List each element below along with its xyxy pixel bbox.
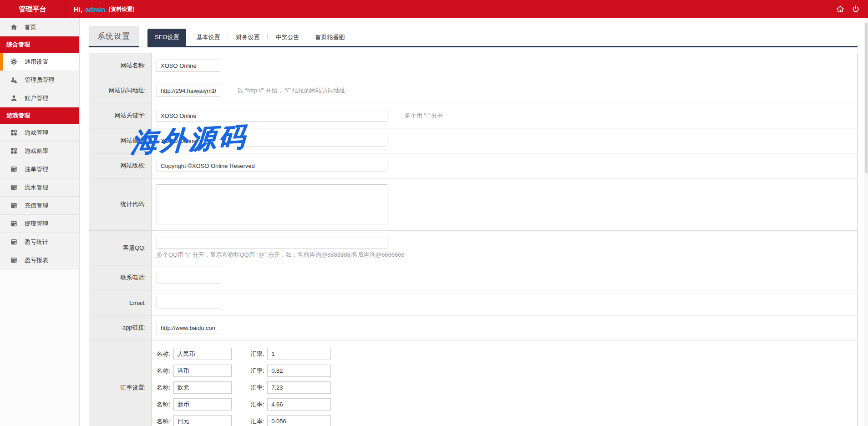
field-label: 网站名称:: [89, 53, 152, 78]
username: admin: [85, 5, 105, 13]
tab[interactable]: 首页轮番图: [309, 29, 350, 46]
tab-separator: [188, 34, 188, 41]
sidebar-item-label: 提现管理: [25, 220, 48, 228]
sidebar-item[interactable]: 游戏赔率: [0, 142, 79, 160]
rate-row: 名称:汇率:: [157, 398, 331, 411]
sidebar-item-label: 游戏赔率: [25, 147, 48, 155]
field-label: 网站关键字:: [89, 103, 152, 128]
field-label: 网站版权:: [89, 153, 152, 178]
field-hint: 多个用 “,” 分开: [405, 112, 443, 120]
form-row: 联系电话:: [89, 265, 857, 290]
field-value: 以 “http://” 开始， “/” 结尾的网站访问地址: [152, 78, 857, 103]
report-icon: [10, 220, 17, 228]
tab[interactable]: SEO设置: [147, 29, 186, 46]
rate-row: 名称:汇率:: [157, 381, 331, 394]
rate-value-input[interactable]: [267, 348, 331, 360]
sidebar-item[interactable]: 管理员管理: [0, 71, 79, 89]
rate-value-input[interactable]: [267, 398, 331, 411]
rate-value-input[interactable]: [267, 365, 331, 377]
profile-settings-link[interactable]: [资料设置]: [109, 5, 134, 13]
field-hint: 以 “http://” 开始， “/” 结尾的网站访问地址: [238, 86, 345, 95]
grid-icon: [10, 147, 17, 155]
field-value: [152, 265, 857, 290]
report-icon: [10, 184, 17, 191]
rate-name-input[interactable]: [173, 348, 232, 360]
field-label: 网站访问地址:: [89, 78, 152, 103]
form-row: 网站版权:: [89, 153, 857, 178]
sidebar-item[interactable]: 首页: [0, 18, 79, 36]
rate-row: 名称:汇率:: [157, 415, 331, 426]
field-value: 多个QQ用 “|” 分开，显示名称和QQ用 “@” 分开，如：售前咨询@8888…: [152, 231, 857, 265]
form-row: 网站名称:: [89, 53, 857, 78]
rate-name-input[interactable]: [173, 398, 232, 411]
sidebar-item[interactable]: 游戏管理: [0, 124, 79, 142]
rate-name-input[interactable]: [173, 415, 232, 426]
field-value: [152, 53, 857, 78]
scrollbar[interactable]: [864, 18, 868, 426]
sidebar-item[interactable]: 账户管理: [0, 89, 79, 107]
sidebar-item[interactable]: 通用设置: [0, 53, 79, 71]
sidebar-item[interactable]: 提现管理: [0, 215, 79, 233]
site-copyright-input[interactable]: [157, 160, 387, 172]
rate-name-label: 名称:: [157, 350, 170, 358]
field-label: 汇率设置:: [89, 340, 152, 426]
service-qq-input[interactable]: [157, 237, 387, 249]
rate-name-input[interactable]: [173, 365, 232, 377]
field-value: [152, 153, 857, 178]
sidebar-item-label: 账户管理: [25, 94, 48, 102]
site-keywords-input[interactable]: [157, 110, 387, 122]
tab-separator: [267, 34, 268, 41]
field-value: [152, 290, 857, 315]
stats-code-textarea[interactable]: [157, 184, 387, 224]
home-icon[interactable]: [836, 5, 844, 13]
rate-value-label: 汇率:: [251, 350, 264, 358]
rate-name-label: 名称:: [157, 401, 170, 409]
sidebar-item-label: 流水管理: [25, 183, 48, 192]
field-label: 统计代码:: [89, 178, 152, 230]
rate-row: 名称:汇率:: [157, 365, 331, 377]
site-name-input[interactable]: [157, 60, 220, 72]
sidebar-item[interactable]: 注单管理: [0, 160, 79, 178]
tab-separator: [228, 34, 228, 41]
report-icon: [10, 166, 17, 173]
sidebar-item[interactable]: 充值管理: [0, 197, 79, 215]
rate-value-label: 汇率:: [251, 401, 264, 409]
contact-phone-input[interactable]: [157, 272, 220, 284]
sidebar-section-header: 综合管理: [0, 36, 79, 53]
rate-value-label: 汇率:: [251, 417, 264, 426]
form-row: 网站描述:: [89, 128, 857, 153]
site-desc-input[interactable]: [157, 135, 387, 147]
main-content: 系统设置 SEO设置基本设置财务设置中奖公告首页轮番图 网站名称:网站访问地址:…: [80, 18, 864, 426]
field-value: [152, 128, 857, 153]
rate-value-input[interactable]: [267, 381, 331, 394]
sidebar-item-label: 充值管理: [25, 202, 48, 210]
field-label: Email:: [89, 290, 152, 315]
tab[interactable]: 财务设置: [230, 29, 265, 46]
greeting-prefix: Hi,: [74, 5, 82, 13]
form-row: 网站访问地址:以 “http://” 开始， “/” 结尾的网站访问地址: [89, 78, 857, 103]
grid-icon: [10, 129, 17, 137]
header-divider: [65, 0, 66, 18]
scrollbar-thumb[interactable]: [865, 23, 868, 173]
sidebar-item-label: 注单管理: [25, 165, 48, 173]
rate-value-input[interactable]: [267, 415, 331, 426]
tab[interactable]: 中奖公告: [269, 29, 305, 46]
sidebar-item[interactable]: 盈亏统计: [0, 233, 79, 251]
power-icon[interactable]: [852, 5, 860, 13]
sidebar-item[interactable]: 流水管理: [0, 178, 79, 197]
sidebar-item[interactable]: 盈亏报表: [0, 251, 79, 269]
tab[interactable]: 基本设置: [190, 29, 226, 46]
rate-row: 名称:汇率:: [157, 348, 331, 360]
admins-icon: [10, 76, 17, 84]
home-icon: [10, 24, 17, 31]
greeting: Hi, admin [资料设置]: [74, 5, 134, 13]
top-header: 管理平台 Hi, admin [资料设置]: [0, 0, 868, 18]
rate-name-label: 名称:: [157, 384, 170, 392]
email-input[interactable]: [157, 297, 220, 309]
form-row: 网站关键字:多个用 “,” 分开: [89, 103, 857, 128]
sidebar-item-label: 盈亏报表: [25, 256, 48, 264]
rate-name-input[interactable]: [173, 381, 232, 394]
app-link-input[interactable]: [157, 322, 220, 334]
site-url-input[interactable]: [157, 85, 220, 97]
sidebar-section-header: 游戏管理: [0, 107, 79, 124]
